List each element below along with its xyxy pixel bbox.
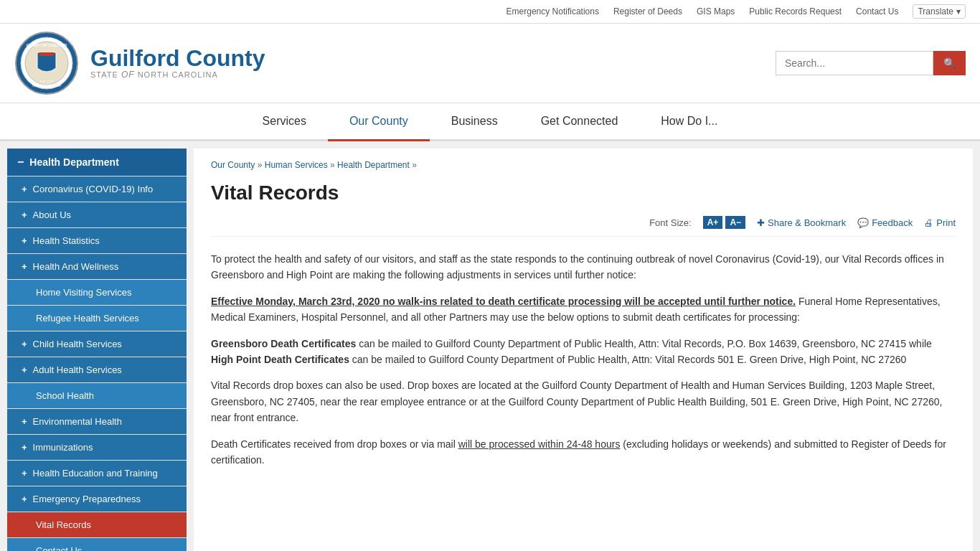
topbar-emergency-notifications[interactable]: Emergency Notifications	[507, 6, 599, 17]
page-container: − Health Department + Coronavirus (COVID…	[0, 141, 980, 551]
plus-icon: +	[22, 235, 27, 246]
sidebar-item-emergency-preparedness[interactable]: + Emergency Preparedness	[7, 486, 187, 512]
plus-icon: +	[22, 416, 27, 427]
main-content: Our County » Human Services » Health Dep…	[194, 149, 973, 551]
nav-how-do-i[interactable]: How Do I...	[639, 103, 739, 139]
topbar-register-of-deeds[interactable]: Register of Deeds	[613, 6, 682, 17]
sidebar-item-environmental-health[interactable]: + Environmental Health	[7, 409, 187, 435]
sidebar-item-school-health[interactable]: School Health	[7, 383, 187, 409]
site-header: COUNTY OF GUILFORD NORTH CAROLINA EST. 1…	[0, 24, 980, 103]
dropbox-paragraph: Vital Records drop boxes can also be use…	[211, 377, 956, 425]
sidebar-label-child-health: Child Health Services	[33, 339, 122, 349]
font-increase-button[interactable]: A+	[703, 216, 723, 229]
search-button[interactable]: 🔍	[933, 51, 966, 75]
topbar-gis-maps[interactable]: GIS Maps	[697, 6, 735, 17]
toolbar: Font Size: A+ A− ✚ Share & Bookmark 💬 Fe…	[211, 216, 956, 237]
plus-icon: +	[22, 339, 27, 349]
sidebar-label-contact-us: Contact Us	[36, 545, 82, 551]
breadcrumb-our-county[interactable]: Our County	[211, 160, 255, 170]
processing-underline: will be processed within 24-48 hours	[458, 438, 621, 450]
feedback-icon: 💬	[857, 217, 869, 228]
search-input[interactable]	[776, 51, 933, 75]
notice-paragraph: Effective Monday, March 23rd, 2020 no wa…	[211, 293, 956, 326]
topbar-public-records[interactable]: Public Records Request	[749, 6, 842, 17]
print-label: Print	[936, 217, 956, 228]
sidebar-label-school-health: School Health	[36, 390, 94, 401]
sidebar-label-health-statistics: Health Statistics	[33, 235, 100, 246]
plus-icon: +	[22, 468, 27, 479]
plus-icon: +	[22, 184, 27, 194]
sidebar-label-health-education: Health Education and Training	[33, 468, 158, 479]
sidebar-label-about-us: About Us	[33, 209, 71, 220]
breadcrumb: Our County » Human Services » Health Dep…	[211, 160, 956, 170]
sidebar-item-health-education[interactable]: + Health Education and Training	[7, 461, 187, 486]
sidebar-item-immunizations[interactable]: + Immunizations	[7, 435, 187, 461]
content-body: To protect the health and safety of our …	[211, 251, 956, 468]
sidebar-label-adult-health: Adult Health Services	[33, 364, 122, 375]
greensboro-paragraph: Greensboro Death Certificates can be mai…	[211, 336, 956, 368]
print-link[interactable]: 🖨 Print	[924, 217, 956, 228]
sidebar-label-environmental-health: Environmental Health	[33, 416, 122, 427]
nav-services[interactable]: Services	[241, 103, 328, 139]
greensboro-label: Greensboro Death Certificates	[211, 338, 356, 349]
sidebar-item-adult-health[interactable]: + Adult Health Services	[7, 357, 187, 383]
sidebar-label-health-wellness: Health And Wellness	[33, 261, 119, 272]
translate-label: Translate	[918, 6, 953, 17]
sidebar-label-refugee-health: Refugee Health Services	[36, 313, 139, 324]
chevron-down-icon: ▾	[956, 6, 961, 17]
sidebar-item-covid[interactable]: + Coronavirus (COVID-19) Info	[7, 176, 187, 202]
sidebar-item-home-visiting[interactable]: Home Visiting Services	[7, 280, 187, 306]
share-label: Share & Bookmark	[768, 217, 846, 228]
topbar-contact-us[interactable]: Contact Us	[856, 6, 898, 17]
notice-bold: Effective Monday, March 23rd, 2020 no wa…	[211, 296, 796, 307]
sidebar-item-health-department[interactable]: − Health Department	[7, 149, 187, 176]
sidebar-item-contact-us[interactable]: Contact Us	[7, 538, 187, 551]
sidebar-label-immunizations: Immunizations	[33, 442, 93, 453]
county-name: Guilford County	[90, 47, 265, 70]
top-bar: Emergency Notifications Register of Deed…	[0, 0, 980, 24]
sidebar-item-health-statistics[interactable]: + Health Statistics	[7, 228, 187, 254]
search-area: 🔍	[776, 51, 966, 75]
greensboro-text: can be mailed to Guilford County Departm…	[359, 338, 932, 349]
search-icon: 🔍	[943, 57, 956, 69]
svg-text:NORTH CAROLINA: NORTH CAROLINA	[32, 84, 61, 88]
nav-business[interactable]: Business	[430, 103, 519, 139]
breadcrumb-human-services[interactable]: Human Services	[265, 160, 328, 170]
sidebar-item-child-health[interactable]: + Child Health Services	[7, 331, 187, 357]
logo-area: COUNTY OF GUILFORD NORTH CAROLINA EST. 1…	[14, 31, 265, 95]
logo-text: Guilford County STATE of NORTH CAROLINA	[90, 47, 265, 80]
plus-icon: +	[22, 364, 27, 375]
plus-icon: +	[22, 209, 27, 220]
breadcrumb-health-department[interactable]: Health Department	[337, 160, 410, 170]
processing-pre: Death Certificates received from drop bo…	[211, 438, 458, 450]
sidebar-label-home-visiting: Home Visiting Services	[36, 287, 131, 298]
font-decrease-button[interactable]: A−	[725, 216, 745, 229]
print-icon: 🖨	[924, 217, 933, 228]
plus-icon: +	[22, 261, 27, 272]
county-seal: COUNTY OF GUILFORD NORTH CAROLINA EST. 1…	[14, 31, 79, 95]
sidebar-item-refugee-health[interactable]: Refugee Health Services	[7, 306, 187, 331]
share-bookmark-link[interactable]: ✚ Share & Bookmark	[757, 217, 846, 228]
plus-icon: +	[22, 494, 27, 504]
highpoint-text: can be mailed to Guilford County Departm…	[352, 354, 906, 365]
sidebar-label-health-department: Health Department	[29, 156, 118, 168]
processing-paragraph: Death Certificates received from drop bo…	[211, 436, 956, 468]
sidebar-item-vital-records[interactable]: Vital Records	[7, 512, 187, 538]
nav-our-county[interactable]: Our County	[328, 103, 430, 141]
nav-get-connected[interactable]: Get Connected	[519, 103, 640, 139]
plus-icon: +	[22, 442, 27, 453]
sidebar-item-about-us[interactable]: + About Us	[7, 202, 187, 228]
sidebar-label-emergency-preparedness: Emergency Preparedness	[33, 494, 141, 504]
font-size-label: Font Size:	[649, 217, 692, 228]
minus-icon: −	[17, 156, 24, 169]
feedback-label: Feedback	[872, 217, 913, 228]
translate-dropdown[interactable]: Translate ▾	[913, 4, 966, 19]
sidebar: − Health Department + Coronavirus (COVID…	[7, 149, 187, 551]
share-icon: ✚	[757, 217, 765, 228]
intro-paragraph: To protect the health and safety of our …	[211, 251, 956, 283]
main-nav: Services Our County Business Get Connect…	[0, 103, 980, 141]
svg-text:EST. 1771: EST. 1771	[40, 80, 54, 83]
sidebar-item-health-wellness[interactable]: + Health And Wellness	[7, 254, 187, 280]
sidebar-label-covid: Coronavirus (COVID-19) Info	[33, 184, 154, 194]
feedback-link[interactable]: 💬 Feedback	[857, 217, 913, 228]
